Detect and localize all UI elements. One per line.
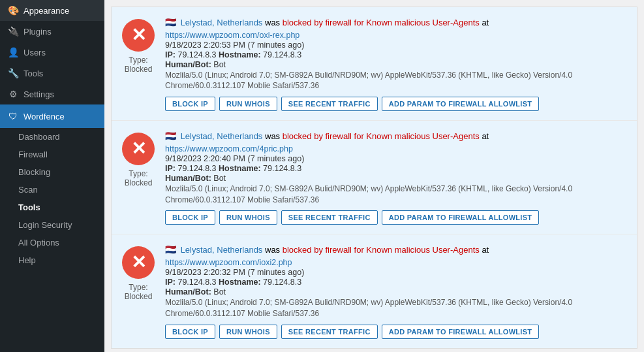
sidebar-item-users[interactable]: 👤 Users bbox=[0, 42, 104, 63]
traffic-log: ✕ Type:Blocked 🇳🇱 Lelystad, Netherlands … bbox=[111, 7, 637, 349]
appearance-icon: 🎨 bbox=[8, 5, 18, 16]
blocked-text: blocked by firewall for Known malicious … bbox=[283, 18, 480, 27]
type-label: Type:Blocked bbox=[122, 283, 155, 301]
url-link[interactable]: https://www.wpzoom.com/4pric.php bbox=[165, 144, 293, 153]
x-icon: ✕ bbox=[131, 26, 146, 44]
action-btn-run-whois[interactable]: RUN WHOIS bbox=[219, 325, 277, 339]
tools-icon: 🔧 bbox=[8, 68, 18, 78]
icon-col: ✕ Type:Blocked bbox=[122, 16, 155, 74]
sidebar-item-label: Users bbox=[23, 48, 46, 57]
action-prefix: was bbox=[265, 18, 283, 27]
sidebar-sub-help[interactable]: Help bbox=[0, 251, 104, 269]
main-content: ✕ Type:Blocked 🇳🇱 Lelystad, Netherlands … bbox=[104, 0, 644, 352]
log-ip: IP: 79.124.8.3 Hostname: 79.124.8.3 bbox=[165, 278, 626, 287]
sidebar-sub-scan[interactable]: Scan bbox=[0, 181, 104, 199]
log-ua: Mozlila/5.0 (Linux; Android 7.0; SM-G892… bbox=[165, 70, 626, 92]
log-entry: ✕ Type:Blocked 🇳🇱 Lelystad, Netherlands … bbox=[112, 121, 637, 234]
action-btn-run-whois[interactable]: RUN WHOIS bbox=[219, 97, 277, 111]
log-humanbot: Human/Bot: Bot bbox=[165, 174, 626, 183]
wordfence-label: Wordfence bbox=[23, 112, 65, 121]
action-prefix: was bbox=[265, 131, 283, 141]
type-label: Type:Blocked bbox=[122, 169, 155, 187]
action-suffix: at bbox=[482, 245, 489, 255]
sidebar-item-label: Settings bbox=[23, 89, 54, 99]
log-url: https://www.wpzoom.com/oxi-rex.php bbox=[165, 31, 626, 40]
type-label: Type:Blocked bbox=[122, 56, 155, 74]
blocked-icon: ✕ bbox=[122, 19, 155, 52]
icon-col: ✕ Type:Blocked bbox=[122, 244, 155, 301]
action-btn-add-param-to-firewall-allowlist[interactable]: ADD PARAM TO FIREWALL ALLOWLIST bbox=[382, 97, 540, 111]
location-link[interactable]: Lelystad, Netherlands bbox=[181, 245, 263, 255]
action-suffix: at bbox=[482, 131, 489, 141]
log-humanbot: Human/Bot: Bot bbox=[165, 60, 626, 69]
sidebar: 🎨 Appearance 🔌 Plugins 👤 Users 🔧 Tools ⚙… bbox=[0, 0, 104, 352]
log-ua: Mozlila/5.0 (Linux; Android 7.0; SM-G892… bbox=[165, 297, 626, 319]
sidebar-sub-tools[interactable]: Tools bbox=[0, 199, 104, 216]
log-timestamp: 9/18/2023 2:20:53 PM (7 minutes ago) bbox=[165, 40, 626, 50]
log-humanbot: Human/Bot: Bot bbox=[165, 287, 626, 296]
log-body: 🇳🇱 Lelystad, Netherlands was blocked by … bbox=[165, 16, 626, 111]
location-link[interactable]: Lelystad, Netherlands bbox=[181, 18, 263, 27]
blocked-icon: ✕ bbox=[122, 133, 155, 165]
log-timestamp: 9/18/2023 2:20:40 PM (7 minutes ago) bbox=[165, 154, 626, 163]
log-actions: BLOCK IPRUN WHOISSEE RECENT TRAFFICADD P… bbox=[165, 325, 626, 339]
action-btn-see-recent-traffic[interactable]: SEE RECENT TRAFFIC bbox=[281, 325, 378, 339]
log-ip: IP: 79.124.8.3 Hostname: 79.124.8.3 bbox=[165, 164, 626, 173]
action-suffix: at bbox=[482, 18, 489, 27]
action-btn-block-ip[interactable]: BLOCK IP bbox=[165, 97, 215, 111]
x-icon: ✕ bbox=[131, 140, 146, 158]
sidebar-item-settings[interactable]: ⚙ Settings bbox=[0, 84, 104, 104]
flag-icon: 🇳🇱 bbox=[165, 131, 176, 141]
wordfence-icon: 🛡 bbox=[8, 111, 18, 121]
action-btn-see-recent-traffic[interactable]: SEE RECENT TRAFFIC bbox=[281, 210, 378, 225]
log-url: https://www.wpzoom.com/4pric.php bbox=[165, 144, 626, 153]
url-link[interactable]: https://www.wpzoom.com/oxi-rex.php bbox=[165, 31, 299, 40]
blocked-icon: ✕ bbox=[122, 246, 155, 279]
action-btn-add-param-to-firewall-allowlist[interactable]: ADD PARAM TO FIREWALL ALLOWLIST bbox=[382, 210, 540, 225]
blocked-text: blocked by firewall for Known malicious … bbox=[283, 131, 480, 141]
plugins-icon: 🔌 bbox=[8, 26, 18, 37]
users-icon: 👤 bbox=[8, 47, 18, 57]
location-link[interactable]: Lelystad, Netherlands bbox=[181, 131, 263, 141]
log-actions: BLOCK IPRUN WHOISSEE RECENT TRAFFICADD P… bbox=[165, 97, 626, 111]
icon-col: ✕ Type:Blocked bbox=[122, 130, 155, 187]
log-title: 🇳🇱 Lelystad, Netherlands was blocked by … bbox=[165, 130, 626, 143]
sidebar-sub-login-security[interactable]: Login Security bbox=[0, 216, 104, 234]
sidebar-sub-all-options[interactable]: All Options bbox=[0, 234, 104, 251]
log-ua: Mozlila/5.0 (Linux; Android 7.0; SM-G892… bbox=[165, 184, 626, 206]
sidebar-item-appearance[interactable]: 🎨 Appearance bbox=[0, 0, 104, 21]
flag-icon: 🇳🇱 bbox=[165, 17, 176, 27]
action-prefix: was bbox=[265, 245, 283, 255]
action-btn-block-ip[interactable]: BLOCK IP bbox=[165, 210, 215, 225]
sidebar-item-wordfence[interactable]: 🛡 Wordfence bbox=[0, 104, 104, 128]
action-btn-block-ip[interactable]: BLOCK IP bbox=[165, 325, 215, 339]
action-btn-run-whois[interactable]: RUN WHOIS bbox=[219, 210, 277, 225]
action-btn-add-param-to-firewall-allowlist[interactable]: ADD PARAM TO FIREWALL ALLOWLIST bbox=[382, 325, 540, 339]
blocked-text: blocked by firewall for Known malicious … bbox=[283, 245, 480, 255]
sidebar-item-plugins[interactable]: 🔌 Plugins bbox=[0, 21, 104, 42]
sidebar-sub-firewall[interactable]: Firewall bbox=[0, 146, 104, 163]
log-body: 🇳🇱 Lelystad, Netherlands was blocked by … bbox=[165, 244, 626, 338]
log-url: https://www.wpzoom.com/ioxi2.php bbox=[165, 258, 626, 267]
sidebar-item-label: Tools bbox=[23, 69, 43, 78]
settings-icon: ⚙ bbox=[8, 89, 18, 99]
sidebar-item-label: Appearance bbox=[23, 6, 69, 16]
action-btn-see-recent-traffic[interactable]: SEE RECENT TRAFFIC bbox=[281, 97, 378, 111]
log-title: 🇳🇱 Lelystad, Netherlands was blocked by … bbox=[165, 244, 626, 257]
log-body: 🇳🇱 Lelystad, Netherlands was blocked by … bbox=[165, 130, 626, 225]
sidebar-item-label: Plugins bbox=[23, 27, 52, 37]
url-link[interactable]: https://www.wpzoom.com/ioxi2.php bbox=[165, 258, 292, 267]
x-icon: ✕ bbox=[131, 253, 146, 272]
log-title: 🇳🇱 Lelystad, Netherlands was blocked by … bbox=[165, 16, 626, 29]
sidebar-item-tools[interactable]: 🔧 Tools bbox=[0, 63, 104, 84]
flag-icon: 🇳🇱 bbox=[165, 244, 176, 255]
sidebar-sub-dashboard[interactable]: Dashboard bbox=[0, 128, 104, 146]
log-timestamp: 9/18/2023 2:20:32 PM (7 minutes ago) bbox=[165, 268, 626, 277]
sidebar-sub-blocking[interactable]: Blocking bbox=[0, 163, 104, 181]
log-ip: IP: 79.124.8.3 Hostname: 79.124.8.3 bbox=[165, 50, 626, 59]
log-actions: BLOCK IPRUN WHOISSEE RECENT TRAFFICADD P… bbox=[165, 210, 626, 225]
log-entry: ✕ Type:Blocked 🇳🇱 Lelystad, Netherlands … bbox=[112, 7, 637, 121]
log-entry: ✕ Type:Blocked 🇳🇱 Lelystad, Netherlands … bbox=[112, 234, 637, 347]
